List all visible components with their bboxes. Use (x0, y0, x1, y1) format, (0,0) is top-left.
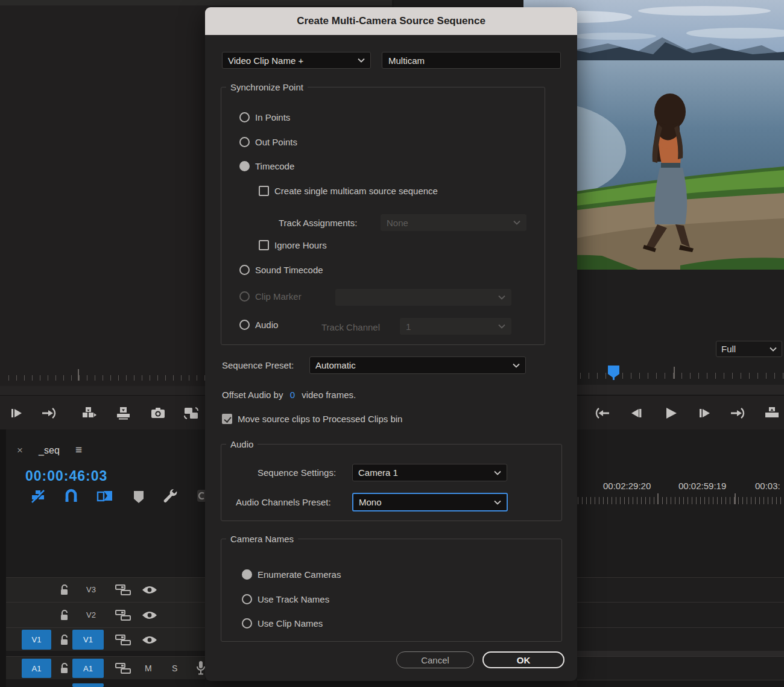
insert-icon[interactable] (81, 405, 97, 421)
track-row-partial (6, 679, 205, 687)
lock-icon[interactable] (59, 634, 70, 646)
toggle-track-output-eye-icon[interactable] (141, 635, 158, 645)
radio-out-points[interactable]: Out Points (239, 137, 297, 147)
track-label-v2[interactable]: V2 (86, 610, 96, 619)
track-lane-v2[interactable] (577, 602, 784, 627)
radio-audio[interactable]: Audio (239, 320, 278, 330)
radio-sound-timecode[interactable]: Sound Timecode (239, 265, 323, 275)
audio-group: Audio Sequence Settings: Camera 1 Audio … (221, 439, 562, 521)
ok-button[interactable]: OK (482, 651, 564, 668)
track-target-a1[interactable]: A1 (72, 659, 104, 678)
lock-icon[interactable] (59, 584, 70, 596)
radio-audio-label: Audio (255, 320, 278, 330)
lock-icon[interactable] (59, 609, 70, 621)
checkbox-ignore-hours[interactable]: Ignore Hours (259, 240, 327, 250)
track-lane-v3[interactable] (577, 577, 784, 602)
track-target-icon[interactable] (115, 583, 131, 597)
timeline-settings-wrench-icon[interactable] (162, 487, 179, 504)
track-target-icon[interactable] (115, 609, 131, 622)
checkbox-icon (259, 186, 269, 196)
radio-selected-icon (239, 161, 250, 171)
sequence-settings-value: Camera 1 (358, 467, 398, 478)
close-icon[interactable]: × (17, 445, 23, 456)
checkbox-icon (259, 240, 269, 250)
chevron-down-icon (358, 58, 365, 63)
source-patch-a1[interactable]: A1 (22, 659, 51, 678)
radio-in-points[interactable]: In Points (239, 112, 290, 122)
track-channel-label: Track Channel (321, 322, 380, 332)
play-icon[interactable] (663, 405, 678, 421)
program-zoom-select[interactable]: Full (716, 341, 782, 357)
go-to-in-icon[interactable] (595, 405, 611, 421)
clip-marker-select (335, 289, 511, 306)
linked-selection-icon[interactable] (96, 489, 113, 504)
add-marker-icon[interactable] (133, 490, 145, 504)
overwrite-icon[interactable] (116, 405, 131, 421)
audio-channels-preset-select[interactable]: Mono (352, 493, 508, 511)
radio-use-track-names[interactable]: Use Track Names (242, 594, 329, 604)
chevron-down-icon (494, 500, 501, 505)
sequence-timecode[interactable]: 00:00:46:03 (25, 468, 107, 484)
radio-enumerate-cameras[interactable]: Enumerate Cameras (242, 569, 341, 580)
export-frame-icon[interactable] (150, 405, 166, 421)
ruler-time-1: 00:02:29:20 (603, 481, 651, 491)
track-target-v1[interactable]: V1 (72, 630, 104, 650)
radio-icon (242, 594, 252, 604)
panel-top-strip (0, 0, 392, 5)
track-target-partial[interactable] (72, 683, 104, 687)
radio-in-points-label: In Points (255, 112, 290, 122)
toggle-track-output-eye-icon[interactable] (141, 584, 158, 595)
track-target-icon[interactable] (115, 633, 131, 647)
checkbox-checked-icon (222, 414, 232, 424)
lift-icon[interactable] (764, 405, 780, 421)
audio-channels-preset-label: Audio Channels Preset: (236, 497, 331, 507)
sequence-preset-select[interactable]: Automatic (309, 356, 526, 374)
sequence-name-input[interactable]: Multicam (382, 52, 561, 69)
radio-timecode[interactable]: Timecode (239, 161, 294, 171)
radio-clip-marker-label: Clip Marker (255, 291, 302, 302)
sequence-preset-value: Automatic (315, 360, 356, 370)
track-lane-v1[interactable] (577, 627, 784, 651)
checkbox-move-clips-label: Move source clips to Processed Clips bin (238, 414, 402, 424)
radio-use-clip-names[interactable]: Use Clip Names (242, 618, 323, 628)
panel-menu-icon[interactable]: ≡ (75, 443, 82, 456)
dialog-title: Create Multi-Camera Source Sequence (205, 7, 577, 35)
sequence-settings-label: Sequence Settings: (258, 467, 336, 478)
step-forward-icon[interactable] (697, 405, 712, 421)
track-lane-a1[interactable] (577, 656, 784, 680)
sequence-settings-select[interactable]: Camera 1 (352, 464, 507, 481)
captions-icon[interactable] (197, 489, 206, 503)
track-label-v3[interactable]: V3 (86, 585, 96, 594)
step-forward-icon[interactable] (8, 405, 24, 421)
checkbox-move-clips[interactable]: Move source clips to Processed Clips bin (222, 414, 402, 424)
comparison-view-icon[interactable] (183, 405, 199, 421)
timeline-ruler[interactable] (578, 497, 784, 504)
tab-sequence[interactable]: _seq (39, 445, 60, 455)
toggle-track-output-eye-icon[interactable] (141, 610, 158, 621)
radio-out-points-label: Out Points (255, 137, 297, 147)
radio-disabled-icon (239, 291, 250, 302)
lock-icon[interactable] (59, 662, 70, 674)
track-header-a1: A1 A1 M S (6, 656, 205, 680)
radio-use-track-names-label: Use Track Names (258, 594, 329, 604)
snap-magnet-icon[interactable] (63, 489, 79, 504)
go-to-out-icon[interactable] (40, 405, 56, 421)
nest-toggle-icon[interactable] (30, 489, 46, 504)
checkbox-single-multicam[interactable]: Create single multicam source sequence (259, 186, 438, 196)
camera-names-legend: Camera Names (226, 534, 298, 544)
cancel-button[interactable]: Cancel (396, 651, 474, 668)
step-back-icon[interactable] (629, 405, 645, 421)
source-patch-v1[interactable]: V1 (22, 630, 51, 650)
track-assignments-select: None (381, 214, 526, 231)
mute-button[interactable]: M (145, 663, 152, 673)
offset-audio-value[interactable]: 0 (290, 390, 295, 400)
timeline-left-edge (0, 429, 6, 687)
radio-clip-marker: Clip Marker (239, 291, 302, 302)
cancel-button-label: Cancel (421, 655, 449, 665)
program-transport-bar (577, 395, 784, 430)
solo-button[interactable]: S (172, 663, 177, 673)
go-to-out-icon[interactable] (729, 405, 745, 421)
clip-name-mode-select[interactable]: Video Clip Name + (222, 52, 371, 69)
track-target-icon[interactable] (115, 662, 131, 675)
program-scrollbar-track[interactable] (577, 385, 784, 394)
